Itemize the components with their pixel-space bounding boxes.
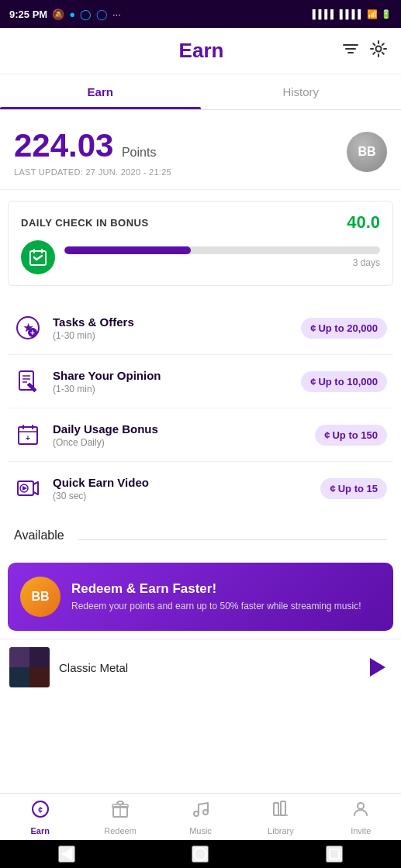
music-nav-label: Music [189,826,212,835]
earn-nav-icon: ¢ [31,800,50,823]
tasks-badge: ¢ Up to 20,000 [301,318,387,339]
opinion-title: Share Your Opinion [53,369,161,382]
avatar: BB [347,132,387,172]
circle2-icon: ◯ [96,9,108,20]
points-updated-value: 27 jun. 2020 - 21:25 [85,167,171,177]
recents-button[interactable] [326,846,343,863]
library-nav-label: Library [268,826,294,835]
play-triangle-icon [370,658,385,677]
svg-rect-30 [274,803,278,815]
redeem-nav-label: Redeem [104,826,137,835]
promo-title: Redeem & Earn Faster! [71,581,361,597]
thumb-cell-1 [9,647,29,667]
points-label: Points [122,146,156,159]
thumb-cell-2 [29,647,50,667]
music-nav-icon [192,800,210,823]
checkin-days: 3 days [64,257,380,268]
points-updated-prefix: LAST UPDATED: [14,167,83,177]
tasks-sub: (1-30 min) [53,330,134,341]
tab-history[interactable]: History [201,74,402,109]
wifi-icon: 📶 [367,9,378,19]
earn-item-tasks[interactable]: ★ + Tasks & Offers (1-30 min) ¢ Up to 20… [8,301,393,355]
available-section: Available [0,519,401,555]
earn-item-opinion[interactable]: Share Your Opinion (1-30 min) ¢ Up to 10… [8,355,393,408]
points-section: 224.03 Points LAST UPDATED: 27 jun. 2020… [0,110,401,190]
music-item[interactable]: Classic Metal [0,639,401,695]
settings-button[interactable] [370,40,387,61]
nav-item-earn[interactable]: ¢ Earn [0,800,80,835]
music-title: Classic Metal [59,661,354,674]
tasks-title: Tasks & Offers [53,315,134,329]
checkin-section: DAILY CHECK IN BONUS 40.0 3 days [8,201,393,286]
checkin-icon [21,240,55,274]
nav-item-redeem[interactable]: Redeem [80,800,160,835]
svg-text:+: + [26,434,30,443]
svg-point-29 [203,810,208,815]
back-icon [61,848,72,860]
back-button[interactable] [58,846,75,863]
video-sub: (30 sec) [53,491,149,501]
svg-point-33 [358,803,364,809]
svg-rect-31 [281,801,285,815]
top-bar: Earn [0,28,401,74]
dots-icon: ··· [112,9,121,20]
battery-icon: 🔋 [381,9,392,19]
video-badge: ¢ Up to 15 [320,478,387,499]
promo-banner[interactable]: BB Redeem & Earn Faster! Redeem your poi… [8,563,393,631]
svg-point-28 [194,811,199,816]
coin-icon: ● [69,9,75,20]
recents-square-icon [329,849,340,859]
available-divider [78,539,387,540]
daily-sub: (Once Daily) [53,437,158,448]
available-title: Available [14,529,64,542]
svg-marker-22 [22,486,27,491]
video-title: Quick Earn Video [53,476,149,489]
promo-avatar: BB [20,577,60,617]
opinion-badge: ¢ Up to 10,000 [301,371,387,392]
home-bar [0,840,401,868]
earn-item-daily[interactable]: + Daily Usage Bonus (Once Daily) ¢ Up to… [8,408,393,462]
library-nav-icon [271,800,290,823]
video-icon [14,474,42,502]
page-title: Earn [60,39,342,63]
thumb-cell-4 [29,667,50,687]
home-circle-icon [193,847,207,861]
gear-icon [370,40,387,57]
checkin-title: DAILY CHECK IN BONUS [21,217,149,229]
tab-earn[interactable]: Earn [0,74,201,109]
points-value: 224.03 [14,127,113,164]
invite-nav-icon [351,800,370,823]
status-time: 9:25 PM [9,9,47,20]
circle1-icon: ◯ [80,9,92,20]
signal-icon: ▌▌▌▌ [313,9,337,19]
nav-item-invite[interactable]: Invite [321,800,401,835]
gift-nav-icon [111,800,130,823]
bottom-nav: ¢ Earn Redeem Music [0,793,401,840]
filter-button[interactable] [342,40,359,61]
bell-mute-icon: 🔕 [52,9,64,20]
checkin-progress-bar [64,246,380,254]
checkin-value: 40.0 [347,212,380,232]
svg-text:+: + [30,329,35,337]
status-bar: 9:25 PM 🔕 ● ◯ ◯ ··· ▌▌▌▌ ▌▌▌▌ 📶 🔋 [0,0,401,28]
daily-icon: + [14,421,42,449]
nav-item-library[interactable]: Library [240,800,320,835]
svg-point-3 [376,46,382,52]
tasks-icon: ★ + [14,314,42,342]
daily-title: Daily Usage Bonus [53,422,158,436]
filter-icon [342,40,359,57]
earn-item-video[interactable]: Quick Earn Video (30 sec) ¢ Up to 15 [8,462,393,515]
invite-nav-label: Invite [351,826,371,835]
play-button[interactable] [364,653,392,681]
home-button[interactable] [192,846,209,863]
thumb-cell-3 [9,667,29,687]
earn-items-list: ★ + Tasks & Offers (1-30 min) ¢ Up to 20… [0,297,401,519]
signal2-icon: ▌▌▌▌ [340,9,364,19]
svg-text:¢: ¢ [38,806,43,815]
nav-item-music[interactable]: Music [161,800,240,835]
opinion-icon [14,367,42,395]
opinion-sub: (1-30 min) [53,384,161,394]
earn-nav-label: Earn [30,826,49,835]
music-thumbnail [9,647,50,687]
promo-subtitle: Redeem your points and earn up to 50% fa… [71,600,361,613]
